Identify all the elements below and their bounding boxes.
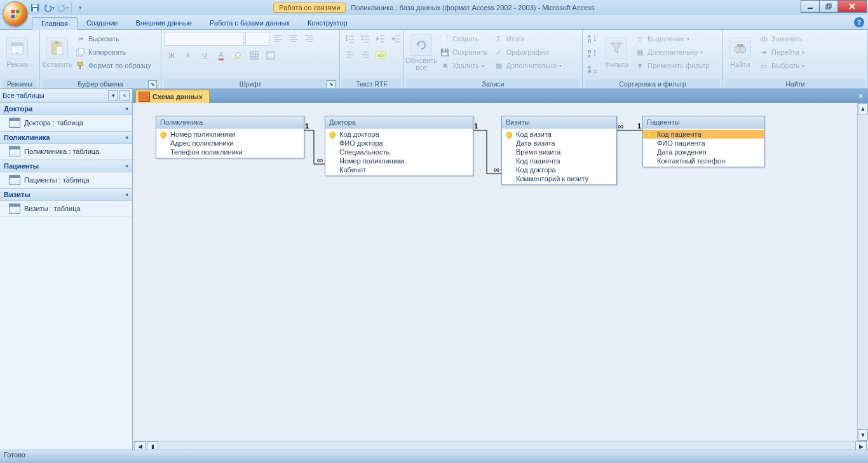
sort-desc-button[interactable]: ЯА: [585, 46, 600, 62]
relationship-table-title[interactable]: Пациенты: [643, 116, 764, 128]
fill-color-button[interactable]: [230, 48, 245, 63]
rtl-button[interactable]: [358, 48, 373, 63]
nav-category-dropdown[interactable]: ▾: [108, 90, 118, 100]
qat-undo-button[interactable]: ▾: [43, 2, 55, 13]
relationship-field[interactable]: Комментарий к визиту: [502, 174, 616, 183]
font-family-combo[interactable]: [164, 32, 244, 46]
document-close-button[interactable]: ✕: [855, 91, 865, 101]
sort-asc-button[interactable]: АЯ: [585, 31, 600, 46]
nav-pane-header[interactable]: Все таблицы ▾«: [0, 89, 132, 102]
nav-group-header[interactable]: Визиты«: [0, 188, 132, 201]
increase-indent-button[interactable]: [373, 31, 388, 46]
ribbon-tab[interactable]: Создание: [78, 17, 127, 29]
highlight-button[interactable]: ab: [373, 48, 388, 63]
scroll-up-button[interactable]: ▲: [858, 103, 868, 114]
qat-redo-button[interactable]: ▾: [57, 2, 69, 13]
delete-record-button[interactable]: ✖Удалить ▾: [437, 59, 490, 72]
relationship-field[interactable]: Специальность: [325, 148, 473, 156]
select-button[interactable]: ▭Выбрать ▾: [756, 59, 807, 72]
nav-collapse-button[interactable]: «: [119, 90, 130, 100]
view-mode-button[interactable]: Режим: [3, 31, 32, 74]
nav-item[interactable]: Доктора : таблица: [0, 115, 132, 131]
qat-customize-button[interactable]: ▾: [71, 2, 86, 13]
relationship-field[interactable]: Контактный телефон: [643, 156, 764, 165]
decrease-indent-button[interactable]: [388, 31, 403, 46]
relationships-canvas[interactable]: 1∞1∞1∞ ПоликлиникаНомер поликлиникиАдрес…: [133, 103, 868, 441]
gridlines-button[interactable]: [247, 48, 262, 63]
relationship-table-title[interactable]: Доктора: [325, 116, 473, 128]
selection-filter-button[interactable]: ▽Выделение ▾: [632, 32, 712, 45]
relationship-field[interactable]: Код доктора: [325, 130, 473, 139]
italic-button[interactable]: К: [180, 48, 196, 63]
relationship-field[interactable]: Код пациента: [643, 130, 764, 139]
font-dialog-launcher[interactable]: ⬊: [327, 80, 336, 89]
clear-sort-button[interactable]: АЯ: [585, 62, 600, 77]
goto-button[interactable]: ➜Перейти ▾: [756, 46, 807, 59]
find-button[interactable]: Найти: [726, 31, 755, 74]
relationship-field[interactable]: Телефон поликлиники: [156, 148, 304, 156]
relationship-field[interactable]: ФИО доктора: [325, 139, 473, 148]
toggle-filter-button[interactable]: ▼Применить фильтр: [632, 59, 712, 72]
relationship-field[interactable]: Время визита: [502, 148, 616, 156]
bullet-list-button[interactable]: [358, 31, 373, 46]
help-button[interactable]: ?: [854, 17, 864, 27]
ribbon-tab[interactable]: Работа с базами данных: [201, 17, 299, 29]
align-left-button[interactable]: [271, 31, 286, 46]
relationship-field[interactable]: ФИО пациента: [643, 139, 764, 148]
vertical-scrollbar[interactable]: ▲ ▼: [857, 103, 868, 441]
numbered-list-button[interactable]: 12: [342, 31, 358, 46]
relationship-field[interactable]: Код доктора: [502, 165, 616, 174]
relationship-field[interactable]: Кабинет: [325, 165, 473, 174]
relationship-field[interactable]: Номер поликлиники: [325, 156, 473, 165]
cut-button[interactable]: ✂Вырезать: [73, 32, 154, 45]
paste-button[interactable]: Вставить: [43, 31, 72, 74]
close-button[interactable]: [837, 0, 867, 13]
ribbon-tab[interactable]: Конструктор: [299, 17, 356, 29]
replace-button[interactable]: abЗаменить: [756, 32, 807, 45]
office-button[interactable]: [3, 1, 28, 27]
clipboard-dialog-launcher[interactable]: ⬊: [148, 80, 157, 89]
nav-group-header[interactable]: Пациенты«: [0, 160, 132, 172]
font-color-button[interactable]: А: [214, 48, 229, 63]
format-painter-button[interactable]: Формат по образцу: [73, 59, 154, 72]
qat-save-button[interactable]: [29, 2, 41, 13]
alt-row-color-button[interactable]: [263, 48, 278, 63]
ribbon-tab[interactable]: Внешние данные: [127, 17, 201, 29]
relationship-table[interactable]: ДоктораКод доктораФИО доктораСпециальнос…: [325, 116, 473, 176]
more-records-button[interactable]: ▦Дополнительно ▾: [491, 59, 564, 72]
scroll-down-button[interactable]: ▼: [858, 429, 868, 441]
relationship-table[interactable]: ПациентыКод пациентаФИО пациентаДата рож…: [642, 116, 764, 167]
nav-group-header[interactable]: Поликлиника«: [0, 131, 132, 144]
underline-button[interactable]: Ч: [197, 48, 212, 63]
font-size-combo[interactable]: [245, 32, 269, 46]
nav-item[interactable]: Визиты : таблица: [0, 201, 132, 217]
relationship-table[interactable]: ПоликлиникаНомер поликлиникиАдрес поликл…: [156, 116, 304, 158]
ltr-button[interactable]: [342, 48, 358, 63]
document-tab-relationships[interactable]: Схема данных: [135, 90, 210, 103]
advanced-filter-button[interactable]: ▦Дополнительно ▾: [632, 46, 712, 59]
align-center-button[interactable]: [286, 31, 301, 46]
filter-button[interactable]: Фильтр: [602, 31, 631, 74]
refresh-all-button[interactable]: Обновить все: [407, 31, 436, 74]
relationship-field[interactable]: Код пациента: [502, 156, 616, 165]
relationship-field[interactable]: Дата рождения: [643, 148, 764, 156]
restore-button[interactable]: [819, 0, 838, 13]
relationship-table-title[interactable]: Визиты: [502, 116, 616, 128]
relationship-field[interactable]: Дата визита: [502, 139, 616, 148]
bold-button[interactable]: Ж: [164, 48, 179, 63]
relationship-field[interactable]: Адрес поликлиники: [156, 139, 304, 148]
nav-item[interactable]: Поликлиника : таблица: [0, 144, 132, 160]
align-right-button[interactable]: [301, 31, 316, 46]
nav-item[interactable]: Пациенты : таблица: [0, 172, 132, 188]
new-record-button[interactable]: 📄Создать: [437, 32, 490, 45]
save-record-button[interactable]: 💾Сохранить: [437, 46, 490, 59]
ribbon-tab[interactable]: Главная: [32, 17, 78, 30]
spelling-button[interactable]: ✓Орфография: [491, 46, 564, 59]
totals-button[interactable]: ΣИтоги: [491, 32, 564, 45]
copy-button[interactable]: Копировать: [73, 46, 154, 59]
relationship-table-title[interactable]: Поликлиника: [156, 116, 304, 128]
nav-group-header[interactable]: Доктора«: [0, 102, 132, 115]
relationship-field[interactable]: Код визита: [502, 130, 616, 139]
minimize-button[interactable]: [801, 0, 820, 13]
relationship-table[interactable]: ВизитыКод визитаДата визитаВремя визитаК…: [501, 116, 617, 185]
